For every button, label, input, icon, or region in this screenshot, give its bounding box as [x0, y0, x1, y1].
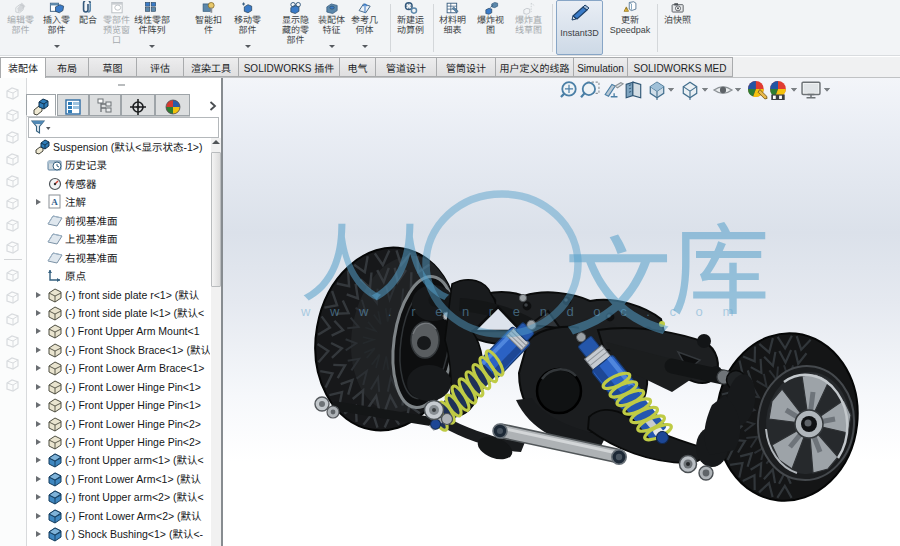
svg-text:!: !	[626, 7, 627, 12]
svg-text:人人: 人人	[300, 197, 450, 318]
svg-text:A: A	[51, 197, 58, 207]
svg-text:w w w . r e n r e n d o c . c: w w w . r e n r e n d o c . c o m	[300, 304, 741, 319]
svg-text:文: 文	[564, 201, 672, 357]
